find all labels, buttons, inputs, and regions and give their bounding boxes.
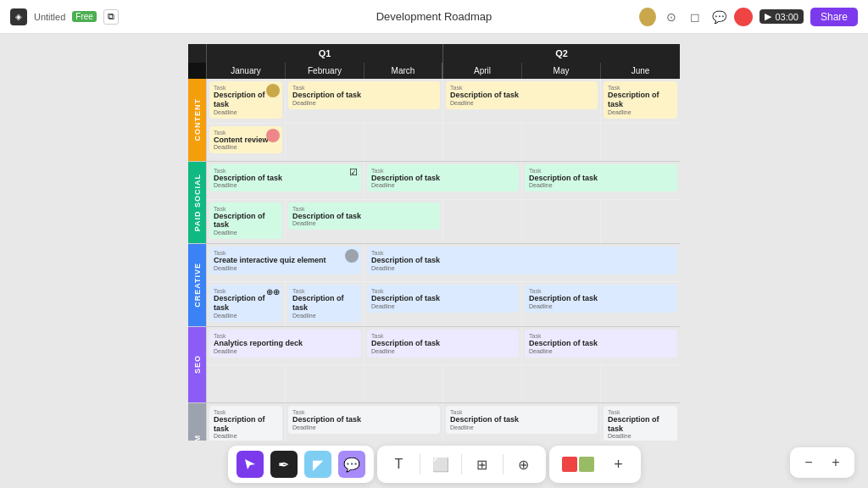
cell-seo2-4 (443, 365, 522, 402)
cell-seo2-1 (207, 365, 286, 402)
q-spacer (188, 44, 207, 63)
cell-cr1-1: Task Create interactive quiz element Dea… (207, 244, 364, 281)
duplicate-icon[interactable]: ⧉ (103, 9, 119, 25)
shape-tool[interactable]: ◤ (304, 451, 331, 478)
content-row-1: Task Description of task Deadline Task D… (207, 79, 680, 124)
text-tool[interactable]: T (386, 451, 413, 478)
cell-cr2-5: Task Description of task Deadline (522, 282, 680, 326)
user-icon[interactable] (639, 8, 656, 25)
month-feb: February (286, 63, 364, 79)
task-card[interactable]: Task Description of task Deadline ⊕⊕ (209, 285, 282, 322)
q1-header: Q1 (207, 44, 443, 63)
task-card[interactable]: Task Description of task Deadline (525, 330, 677, 358)
frame-tool[interactable]: ⬜ (427, 451, 454, 478)
doc-name[interactable]: Untitled (34, 12, 65, 22)
free-badge: Free (72, 11, 97, 22)
cell-ps1-1: Task Description of task Deadline ☑ (207, 162, 364, 199)
quarter-header-row: Q1 Q2 (188, 44, 680, 63)
task-card[interactable]: Task Description of task Deadline (288, 406, 440, 434)
media-tool[interactable] (558, 451, 598, 478)
cell-ps2-5 (522, 200, 601, 244)
media-thumb-2 (579, 457, 594, 472)
broadcast-icon[interactable]: ⊙ (663, 8, 680, 25)
task-card[interactable]: Task Description of task Deadline (367, 330, 519, 358)
team-rows: Task Description of task Deadline Task D… (207, 403, 680, 441)
topbar-right: ⊙ ◻ 💬 ▶ 03:00 Share (576, 8, 858, 26)
section-paid-social: Paid Social Task Description of task Dea… (188, 162, 680, 245)
task-avatar-2 (266, 129, 280, 142)
cell-seo1-1: Task Analytics reporting deck Deadline (207, 327, 364, 364)
logo-icon[interactable]: ◈ (10, 8, 27, 25)
cell-ps1-3: Task Description of task Deadline (364, 162, 522, 199)
person-tool[interactable]: ⊕ (510, 451, 537, 478)
table-tool[interactable]: ⊞ (469, 451, 496, 478)
month-mar: March (364, 63, 443, 79)
month-may: May (522, 63, 601, 79)
bubble-tool[interactable]: 💬 (338, 451, 365, 478)
m-spacer (188, 63, 207, 79)
canvas: Q1 Q2 January February March April May J… (0, 34, 868, 441)
task-card[interactable]: Task Description of task Deadline (604, 81, 677, 119)
topbar-left: ◈ Untitled Free ⧉ (10, 8, 292, 25)
cell-ps2-2: Task Description of task Deadline (286, 200, 443, 244)
collab-avatar[interactable] (734, 8, 753, 26)
task-card[interactable]: Task Description of task Deadline (288, 81, 440, 109)
ps-row-1: Task Description of task Deadline ☑ Task… (207, 162, 680, 200)
task-card[interactable]: Task Description of task Deadline (288, 202, 440, 230)
zoom-out-button[interactable]: − (798, 452, 819, 473)
media-thumb-1 (562, 457, 577, 472)
cell-c2-5 (522, 124, 601, 161)
cell-seo2-2 (286, 365, 364, 402)
cell-t1-2: Task Description of task Deadline (286, 403, 443, 441)
cr-row-1: Task Create interactive quiz element Dea… (207, 244, 680, 282)
content-row-2: Task Content review Deadline (207, 124, 680, 161)
task-card[interactable]: Task Description of task Deadline (604, 406, 677, 441)
task-card[interactable]: Task Create interactive quiz element Dea… (209, 247, 361, 274)
seo-rows: Task Analytics reporting deck Deadline T… (207, 327, 680, 402)
task-card[interactable]: Task Description of task Deadline (367, 164, 519, 192)
task-card[interactable]: Task Description of task Deadline (446, 406, 598, 434)
ps-row-2: Task Description of task Deadline Task D… (207, 200, 680, 244)
chat-icon[interactable]: 💬 (710, 8, 727, 25)
task-card[interactable]: Task Content review Deadline (209, 126, 282, 154)
cell-c2-4 (443, 124, 522, 161)
task-card[interactable]: Task Description of task Deadline (367, 247, 677, 274)
creative-label: Creative (188, 244, 207, 326)
shapes-icon[interactable]: ◻ (687, 8, 704, 25)
task-card[interactable]: Task Analytics reporting deck Deadline (209, 330, 361, 358)
add-tool[interactable]: + (605, 451, 632, 478)
section-team: Team Task Description of task Deadline T… (188, 403, 680, 441)
section-seo: SEO Task Analytics reporting deck Deadli… (188, 327, 680, 403)
topbar: ◈ Untitled Free ⧉ Development Roadmap ⊙ … (0, 0, 868, 34)
cell-c2-2 (286, 124, 364, 161)
cell-ps1-5: Task Description of task Deadline (522, 162, 680, 199)
month-jun: June (601, 63, 680, 79)
month-jan: January (207, 63, 286, 79)
page-title: Development Roadmap (292, 10, 575, 23)
task-card[interactable]: Task Description of task Deadline (446, 81, 598, 109)
task-card[interactable]: Task Description of task Deadline (209, 202, 282, 240)
cell-seo2-6 (601, 365, 680, 402)
task-card[interactable]: Task Description of task Deadline (367, 285, 519, 313)
share-button[interactable]: Share (810, 8, 858, 26)
cell-c2-6 (601, 124, 680, 161)
zoom-in-button[interactable]: + (826, 452, 846, 473)
task-card[interactable]: Task Description of task Deadline (209, 81, 282, 119)
task-card[interactable]: Task Description of task Deadline ☑ (209, 164, 361, 192)
task-card[interactable]: Task Description of task Deadline (525, 164, 677, 192)
task-card[interactable]: Task Description of task Deadline (209, 406, 282, 441)
team-row-1: Task Description of task Deadline Task D… (207, 403, 680, 441)
task-card[interactable]: Task Description of task Deadline (288, 285, 361, 322)
check-icon: ☑ (349, 167, 358, 178)
cell-cr2-1: Task Description of task Deadline ⊕⊕ (207, 282, 286, 326)
section-content: Content Task Description of task Deadlin… (188, 79, 680, 162)
cursor-tool[interactable] (236, 451, 264, 478)
tools-group: ✒ ◤ 💬 (228, 446, 374, 483)
media-group: + (549, 446, 641, 483)
pen-tool[interactable]: ✒ (270, 451, 298, 478)
cell-c1-1: Task Description of task Deadline (207, 79, 286, 123)
team-label: Team (188, 403, 207, 441)
task-card[interactable]: Task Description of task Deadline (525, 285, 677, 313)
content-label: Content (188, 79, 207, 161)
cell-seo2-3 (364, 365, 443, 402)
